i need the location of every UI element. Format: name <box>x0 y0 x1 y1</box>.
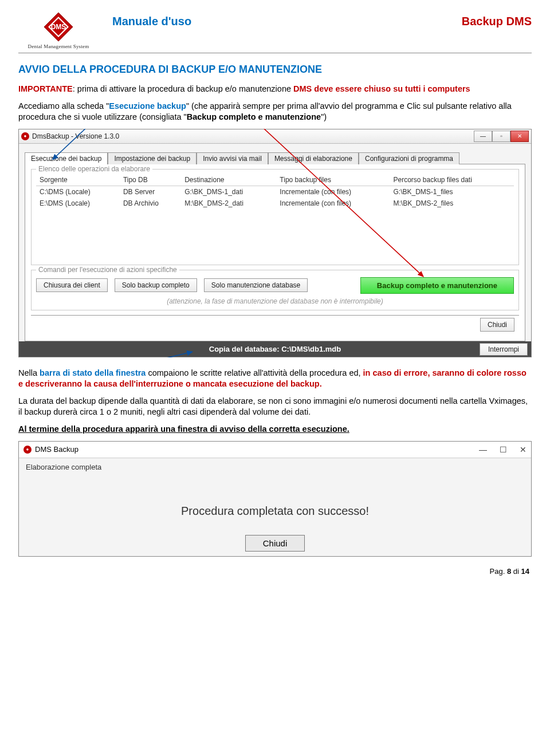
page-header: DMS Dental Management System Manuale d'u… <box>18 11 532 49</box>
statusbar-ref: barra di stato della finestra <box>40 368 146 377</box>
group-elenco-operazioni: Elenco delle operazioni da elaborare Sor… <box>31 169 519 265</box>
col-tipo-backup: Tipo backup files <box>276 174 390 186</box>
btn-backup-completo-manutenzione[interactable]: Backup completo e manutenzione <box>360 277 514 294</box>
page-footer: Pag. 8 di 14 <box>18 567 532 576</box>
window-title: DmsBackup - Versione 1.3.0 <box>32 132 119 140</box>
maximize-button[interactable]: ▫ <box>492 131 510 142</box>
tab-invio-avvisi[interactable]: Invio avvisi via mail <box>197 152 268 164</box>
app-icon: ● <box>21 132 29 140</box>
success-message: Procedura completata con successo! <box>19 476 531 535</box>
table-row: C:\DMS (Locale) DB Server G:\BK_DMS-1_da… <box>36 186 514 198</box>
logo: DMS Dental Management System <box>18 11 99 49</box>
btn-chiudi-success[interactable]: Chiudi <box>245 535 305 552</box>
logo-caption: Dental Management System <box>28 44 89 49</box>
app-icon: ● <box>23 446 32 454</box>
svg-text:DMS: DMS <box>51 23 66 31</box>
panel-bottom: Chiudi <box>31 315 519 334</box>
titlebar2: ● DMS Backup — ☐ ✕ <box>19 442 531 458</box>
logo-diamond-icon: DMS <box>43 11 74 42</box>
paragraph-durata: La durata del backup dipende dalla quant… <box>18 396 532 418</box>
table-row: E:\DMS (Locale) DB Archivio M:\BK_DMS-2_… <box>36 198 514 209</box>
section-heading: AVVIO DELLA PROCEDURA DI BACKUP E/O MANU… <box>18 64 532 76</box>
importante-label: IMPORTANTE <box>18 84 73 93</box>
tab-bar: Esecuzione dei backup Impostazione dei b… <box>25 152 525 164</box>
minimize-button[interactable]: — <box>479 445 487 454</box>
col-destinazione: Destinazione <box>181 174 276 186</box>
btn-chiusura-client[interactable]: Chiusura dei client <box>36 278 108 292</box>
paragraph-accediamo: Accediamo alla scheda "Esecuzione backup… <box>18 101 532 123</box>
status-text: Copia del database: C:\DMS\db1.mdb <box>209 345 341 353</box>
doc-title-left: Manuale d'uso <box>112 15 191 28</box>
backup-completo-ref: Backup completo e manutenzione <box>187 112 321 121</box>
window2-title: DMS Backup <box>35 445 78 454</box>
tab-impostazione[interactable]: Impostazione dei backup <box>108 152 197 164</box>
titlebar: ● DmsBackup - Versione 1.3.0 — ▫ ✕ <box>19 129 531 144</box>
tab-esecuzione[interactable]: Esecuzione dei backup <box>25 152 108 164</box>
btn-solo-backup[interactable]: Solo backup completo <box>115 278 197 292</box>
col-tipodb: Tipo DB <box>120 174 181 186</box>
elaborazione-label: Elaborazione completa <box>19 458 531 476</box>
comandi-note: (attenzione, la fase di manutenzione del… <box>36 297 514 305</box>
group-comandi-title: Comandi per l'esecuzione di azioni speci… <box>36 266 179 274</box>
tab-configurazioni[interactable]: Configurazioni di programma <box>359 152 459 164</box>
paragraph-statusbar: Nella barra di stato della finestra comp… <box>18 368 532 390</box>
maximize-button[interactable]: ☐ <box>500 445 507 454</box>
btn-interrompi[interactable]: Interrompi <box>480 343 528 356</box>
paragraph-importante: IMPORTANTE: prima di attivare la procedu… <box>18 84 532 95</box>
btn-solo-manutenzione[interactable]: Solo manutenzione database <box>204 278 308 292</box>
group-comandi: Comandi per l'esecuzione di azioni speci… <box>31 270 519 310</box>
status-bar: Copia del database: C:\DMS\db1.mdb Inter… <box>19 341 531 357</box>
col-sorgente: Sorgente <box>36 174 120 186</box>
header-divider <box>18 53 532 53</box>
close-button[interactable]: ✕ <box>510 131 529 142</box>
screenshot-success-window: ● DMS Backup — ☐ ✕ Elaborazione completa… <box>18 441 532 557</box>
paragraph-al-termine: Al termine della procedura apparirà una … <box>18 424 532 435</box>
close-button[interactable]: ✕ <box>520 445 527 454</box>
btn-chiudi[interactable]: Chiudi <box>480 318 514 332</box>
minimize-button[interactable]: — <box>474 131 492 142</box>
tab-messaggi[interactable]: Messaggi di elaborazione <box>268 152 359 164</box>
screenshot-dmsbackup-window: ● DmsBackup - Versione 1.3.0 — ▫ ✕ Esecu… <box>18 129 532 357</box>
importante-highlight: DMS deve essere chiuso su tutti i comput… <box>293 84 470 93</box>
group-elenco-title: Elenco delle operazioni da elaborare <box>36 165 152 173</box>
doc-title-right: Backup DMS <box>462 15 532 28</box>
operations-table: Sorgente Tipo DB Destinazione Tipo backu… <box>36 174 514 209</box>
col-percorso: Percorso backup files dati <box>390 174 514 186</box>
esecuzione-backup-ref: Esecuzione backup <box>109 101 186 111</box>
